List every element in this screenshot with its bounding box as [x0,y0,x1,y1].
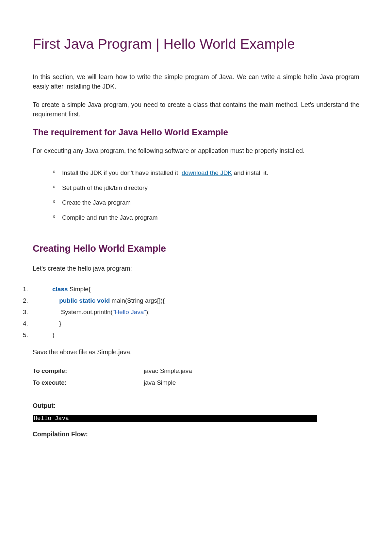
table-row: To compile: javac Simple.java [33,365,359,377]
code-text: } [59,320,65,327]
code-line: 5. } [23,329,359,341]
requirement-description: For executing any Java program, the foll… [33,146,359,156]
creating-description: Let's create the hello java program: [33,264,359,273]
keyword: public static void [59,297,110,304]
indent [52,309,61,315]
table-row: To execute: java Simple [33,377,359,389]
list-item-text-post: and install it. [232,169,268,176]
code-line: 1. class Simple{ [23,283,359,295]
requirement-heading: The requirement for Java Hello World Exa… [33,127,359,138]
save-instruction: Save the above file as Simple.java. [33,348,359,356]
output-label: Output: [33,402,359,410]
list-item: Set path of the jdk/bin directory [53,180,359,195]
list-item-text-pre: Install the JDK if you don't have instal… [62,169,182,176]
code-line: 4. } [23,318,359,329]
download-jdk-link[interactable]: download the JDK [182,169,232,176]
line-number: 4. [23,318,36,329]
page-title: First Java Program | Hello World Example [33,36,359,52]
code-line: 2. public static void main(String args[]… [23,295,359,306]
list-item: Install the JDK if you don't have instal… [53,165,359,180]
compilation-flow-label: Compilation Flow: [33,430,359,438]
line-number: 3. [23,306,36,318]
code-content: class Simple{ [36,283,94,295]
code-text: main(String args[]){ [110,297,168,304]
intro-paragraph-1: In this section, we will learn how to wr… [33,72,359,92]
code-text: } [52,331,58,338]
indent [52,320,59,327]
execute-label: To execute: [33,377,144,389]
compile-command: javac Simple.java [144,365,359,377]
command-table: To compile: javac Simple.java To execute… [33,365,359,389]
code-content: } [36,318,65,329]
execute-command: java Simple [144,377,359,389]
code-line: 3. System.out.println("Hello Java"); [23,306,359,318]
code-content: public static void main(String args[]){ [36,295,168,306]
list-item: Compile and run the Java program [53,210,359,225]
requirement-list: Install the JDK if you don't have instal… [53,165,359,225]
line-number: 5. [23,329,36,341]
intro-paragraph-2: To create a simple Java program, you nee… [33,100,359,119]
code-text: System.out.println( [61,309,112,315]
indent [52,297,59,304]
output-box: Hello Java [33,415,317,422]
code-text: Simple{ [68,286,94,293]
line-number: 1. [23,283,36,295]
string-literal: "Hello Java" [113,309,146,315]
line-number: 2. [23,295,36,306]
keyword: class [52,286,68,293]
code-text: ); [146,309,153,315]
creating-heading: Creating Hello World Example [33,243,359,254]
code-block: 1. class Simple{ 2. public static void m… [23,283,359,341]
code-content: System.out.println("Hello Java"); [36,306,153,318]
code-content: } [36,329,58,341]
compile-label: To compile: [33,365,144,377]
list-item: Create the Java program [53,195,359,210]
